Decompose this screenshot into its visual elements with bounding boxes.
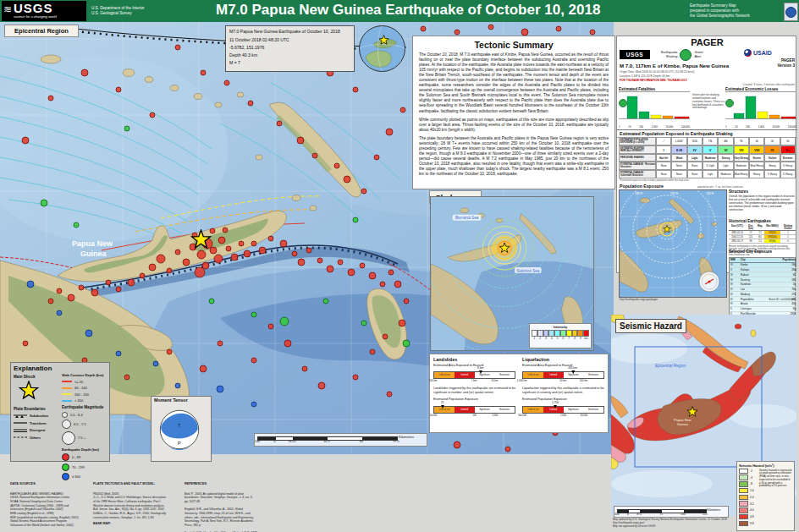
historical-table-cell: 7.1 <box>756 239 764 244</box>
intensity-scale: 1 2 3 4 5 <box>532 330 589 340</box>
quake-dot-intermediate <box>403 340 410 347</box>
pager-table-cell: 46k <box>718 137 733 145</box>
hazard-color-swatch <box>739 481 748 487</box>
marker-triangle-icon <box>441 405 444 409</box>
quake-dot-shallow <box>167 349 172 354</box>
gsn-globe-icon <box>784 3 798 21</box>
usgs-tagline: science for a changing world <box>2 14 86 19</box>
quake-dot-deep <box>251 402 256 407</box>
pager-table-cell: POTENTIAL DAMAGE · Resistant Structures <box>619 162 656 170</box>
pager-table-cell: Severe <box>749 154 764 162</box>
pager-footer-url: http://earthquake.usgs.gov/pager <box>620 298 658 301</box>
pager-table-cell: None <box>671 162 686 170</box>
quake-dot-shallow <box>79 285 84 290</box>
scale-tick: 16.25 <box>289 440 296 443</box>
quake-dot-shallow <box>268 324 273 329</box>
structures-section: Structures Overall, the population in th… <box>729 189 796 211</box>
quake-dot-shallow <box>344 176 350 183</box>
quake-dot-shallow <box>374 155 379 160</box>
quake-dot-shallow <box>292 251 297 256</box>
city-exposure-table: MMI City Population VIKimbe19kVKokopo26k… <box>729 257 796 317</box>
intensity-cell: 1 <box>532 330 537 340</box>
slab-title: Slab Contour Depth (km) <box>62 373 107 377</box>
pager-table-cell: VII <box>734 145 749 154</box>
population-exposure-title: Population Exposure <box>620 184 664 189</box>
pager-table-cell: PERCEIVED SHAKING <box>619 154 656 162</box>
bin-label: 100,000 <box>788 125 796 129</box>
quake-dot-shallow <box>361 189 366 194</box>
pager-table-cell: ESTIMATED POPULATION EXPOSURE (k = x1000… <box>619 137 656 145</box>
legend-label: > 200 <box>74 398 83 403</box>
legend-label: 70 - 299 <box>72 465 85 469</box>
scale-tick: 225 <box>703 513 707 516</box>
hazard-legend-item: .2 <box>739 469 758 474</box>
quake-dot-shallow <box>317 258 322 263</box>
subduction-line-icon <box>14 414 27 419</box>
usgs-wave-icon: ≋ <box>3 3 12 15</box>
pager-footer-event-id: Event ID: us1000h3p4 <box>769 298 795 301</box>
landslides-section: Landslides Estimated Area Exposed to Haz… <box>433 357 515 430</box>
historical-table-cell: 0 <box>780 239 796 244</box>
landslides-pop-bar: 70 Little or noLimitedSignificantExtensi… <box>433 406 515 414</box>
historical-table: Date (UTC)Dist. (km)Mag.Max MMI(#)Shakin… <box>729 224 796 244</box>
liquefaction-area-bar: 430 km² Little or noLimitedSignificantEx… <box>522 371 604 379</box>
footer-col2-text: PB2002 (Bird, 2003) Ji, C., D.J. Wald, a… <box>93 492 166 519</box>
quake-dot-shallow <box>400 107 405 112</box>
dept-lines: U.S. Department of the Interior U.S. Geo… <box>91 6 145 17</box>
green-alert-icon <box>680 49 692 61</box>
hazard-region-label: Epicentral Region <box>655 364 686 368</box>
fatalities-alert-dot <box>620 100 627 107</box>
quake-dot-shallow <box>455 30 460 35</box>
quake-dot-shallow <box>284 340 291 347</box>
landslides-pop-ticks: 1001,00010,000 <box>433 414 515 418</box>
quake-dot-shallow <box>22 137 29 144</box>
magnitude-circle-medium <box>62 420 71 429</box>
intensity-cell: 5 <box>554 330 560 340</box>
usaid-disc-icon <box>744 49 752 57</box>
quake-dot-deep <box>217 386 223 392</box>
pager-table-cell: Very Strong <box>734 154 749 162</box>
quake-dot-shallow <box>251 358 256 363</box>
landslides-area-bar: 8 km² Little or noLimitedSignificantExte… <box>433 371 515 379</box>
explanation-left-column: Main Shock Plate Boundaries Subduction <box>14 372 58 480</box>
earthquake-summary-poster: ≋ USGS science for a changing world U.S.… <box>0 0 799 532</box>
country-label-line1: Papua New <box>72 239 113 248</box>
quake-dot-shallow <box>298 259 305 266</box>
quake-dot-shallow <box>251 241 256 246</box>
city-exposure-section: Selected City Exposure from GeoNames.org… <box>729 250 796 321</box>
hazard-category: Little or no <box>523 372 543 378</box>
p-axis-label: P <box>178 440 181 446</box>
tick-label: 100,000 <box>518 414 526 417</box>
quake-dot-shallow <box>91 289 98 296</box>
pager-table-cell: Weak <box>671 154 686 162</box>
quake-dot-shallow <box>214 255 223 263</box>
liquefaction-area-marker: 430 km² <box>568 367 578 374</box>
marker-triangle-icon <box>554 405 557 409</box>
main-shock-star-icon <box>19 381 39 401</box>
legend-item-others: Others <box>14 435 58 440</box>
footer-plate-model: PLATE TECTONICS AND FAULT MODEL: PB2002 … <box>93 478 178 532</box>
legend-label: Others <box>30 436 41 440</box>
depth-color-dot <box>62 463 69 471</box>
historical-table-cell: Dist. (km) <box>746 224 756 231</box>
quake-dot-shallow <box>183 259 190 266</box>
quake-dot-shallow <box>197 250 206 259</box>
usaid-logo: USAID <box>744 49 772 57</box>
quake-dot-shallow <box>23 341 28 346</box>
quake-dot-shallow <box>297 137 304 144</box>
hazard-category: Little or no <box>434 407 455 413</box>
magnitude-circle-large <box>62 431 75 445</box>
quake-dot-shallow <box>387 392 392 397</box>
historical-title: Historical Earthquakes <box>729 219 796 223</box>
pager-table-cell: VIII <box>749 145 764 154</box>
historical-table-cell: 94 <box>746 239 756 244</box>
historical-table-cell: Max MMI(#) <box>764 224 780 231</box>
hazard-legend-item: .8 <box>739 481 758 487</box>
tick-label: 10 km² <box>559 379 567 382</box>
bin-label: 10 <box>628 125 631 129</box>
quake-dot-shallow <box>150 112 155 118</box>
pager-usgs-logo: USGS <box>620 50 650 59</box>
bin-label: 1,000 <box>758 125 764 129</box>
footer-data-sources: DATA SOURCES EARTHQUAKES AND SEISMIC HAZ… <box>10 478 88 528</box>
quake-dot-shallow <box>348 269 355 276</box>
